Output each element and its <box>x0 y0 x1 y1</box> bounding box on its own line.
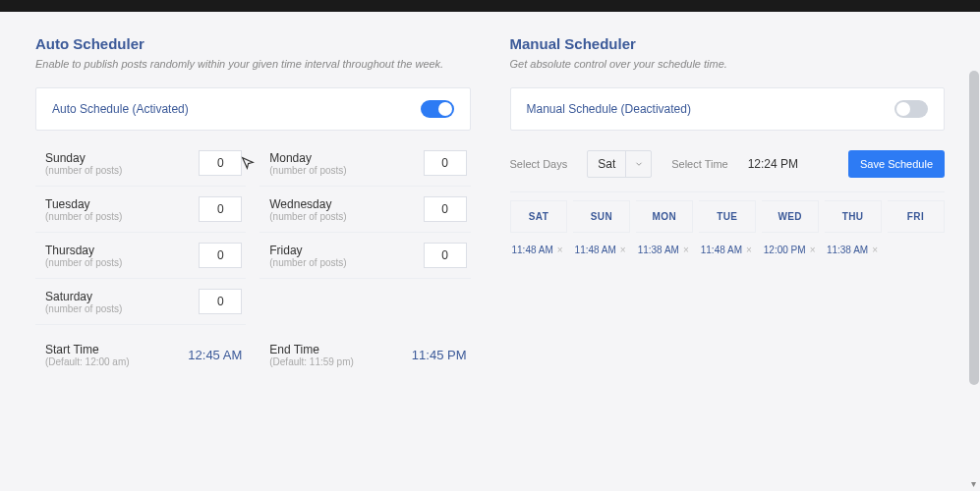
select-days-label: Select Days <box>510 158 568 170</box>
auto-status-label: Auto Schedule (Activated) <box>52 102 189 116</box>
page-content: Auto Scheduler Enable to publish posts r… <box>0 12 980 401</box>
day-input-thursday[interactable] <box>199 243 242 268</box>
time-chip: 11:48 AM× <box>699 241 756 259</box>
day-label: Saturday <box>45 290 122 303</box>
time-chip-value: 11:38 AM <box>638 245 679 255</box>
end-time-label: End Time <box>269 343 354 356</box>
time-chip-value: 11:38 AM <box>827 245 868 255</box>
vertical-scrollbar[interactable]: ▾ <box>968 12 980 491</box>
tab-tue[interactable]: TUE <box>699 200 756 233</box>
day-sub: (number of posts) <box>45 303 122 314</box>
chevron-down-icon <box>625 151 651 177</box>
close-icon[interactable]: × <box>746 245 752 255</box>
day-label: Monday <box>269 151 346 165</box>
day-label: Tuesday <box>45 197 122 211</box>
start-time-cell: Start Time (Default: 12:00 am) 12:45 AM <box>35 333 246 377</box>
time-chip: 12:00 PM× <box>762 241 819 259</box>
tab-fri[interactable]: FRI <box>888 200 945 233</box>
tab-wed[interactable]: WED <box>762 200 819 233</box>
select-time-value[interactable]: 12:24 PM <box>748 157 798 171</box>
day-sub: (number of posts) <box>45 211 122 222</box>
close-icon[interactable]: × <box>557 245 563 255</box>
day-sub: (number of posts) <box>45 165 122 176</box>
time-chip-value: 12:00 PM <box>764 245 806 255</box>
time-chip: 11:38 AM× <box>825 241 882 259</box>
day-input-sunday[interactable] <box>199 150 242 176</box>
close-icon[interactable]: × <box>810 245 816 255</box>
day-row-sun-mon: Sunday (number of posts) Monday (number … <box>35 140 471 187</box>
day-input-wednesday[interactable] <box>424 196 467 222</box>
day-label: Friday <box>269 244 346 257</box>
day-row-sat: Saturday (number of posts) <box>35 279 471 325</box>
day-tabs: SAT SUN MON TUE WED THU FRI <box>510 200 946 233</box>
auto-scheduler-panel: Auto Scheduler Enable to publish posts r… <box>35 35 471 377</box>
day-sub: (number of posts) <box>269 165 346 176</box>
time-chip-value: 11:48 AM <box>701 245 742 255</box>
manual-subtitle: Get absolute control over your schedule … <box>510 58 946 70</box>
save-schedule-button[interactable]: Save Schedule <box>848 150 945 178</box>
day-sub: (number of posts) <box>269 211 346 222</box>
day-cell-wednesday: Wednesday (number of posts) <box>259 187 470 233</box>
start-time-value[interactable]: 12:45 AM <box>188 348 242 362</box>
day-cell-friday: Friday (number of posts) <box>259 233 470 279</box>
scheduled-times-row: 11:48 AM× 11:48 AM× 11:38 AM× 11:48 AM× … <box>510 233 946 267</box>
manual-title: Manual Scheduler <box>510 35 946 52</box>
day-input-monday[interactable] <box>424 150 467 176</box>
day-sub: (number of posts) <box>45 257 122 268</box>
day-label: Thursday <box>45 244 122 257</box>
start-time-sub: (Default: 12:00 am) <box>45 356 130 367</box>
close-icon[interactable]: × <box>683 245 689 255</box>
day-cell-thursday: Thursday (number of posts) <box>35 233 246 279</box>
day-row-tue-wed: Tuesday (number of posts) Wednesday (num… <box>35 187 471 233</box>
window-topbar <box>0 0 980 12</box>
day-cell-tuesday: Tuesday (number of posts) <box>35 187 246 233</box>
close-icon[interactable]: × <box>620 245 626 255</box>
end-time-value[interactable]: 11:45 PM <box>412 348 467 362</box>
tab-sat[interactable]: SAT <box>510 200 568 233</box>
day-input-friday[interactable] <box>424 243 467 268</box>
select-days-value: Sat <box>588 157 625 171</box>
time-chip-value: 11:48 AM <box>575 245 616 255</box>
select-days-dropdown[interactable]: Sat <box>587 150 652 178</box>
day-sub: (number of posts) <box>269 257 346 268</box>
manual-toggle[interactable] <box>894 100 928 118</box>
day-input-saturday[interactable] <box>199 289 242 314</box>
tab-sun[interactable]: SUN <box>573 200 630 233</box>
time-chip-value: 11:48 AM <box>512 245 553 255</box>
end-time-sub: (Default: 11:59 pm) <box>269 356 354 367</box>
tab-thu[interactable]: THU <box>825 200 882 233</box>
time-chip: 11:48 AM× <box>510 241 567 259</box>
auto-toggle[interactable] <box>421 100 454 118</box>
manual-controls: Select Days Sat Select Time 12:24 PM Sav… <box>510 140 946 192</box>
manual-scheduler-panel: Manual Scheduler Get absolute control ov… <box>510 35 946 377</box>
time-chip: 11:38 AM× <box>636 241 693 259</box>
scroll-arrow-down-icon[interactable]: ▾ <box>968 479 978 489</box>
time-chip: 11:48 AM× <box>573 241 630 259</box>
day-cell-saturday: Saturday (number of posts) <box>35 279 246 325</box>
close-icon[interactable]: × <box>872 245 878 255</box>
select-time-label: Select Time <box>671 158 727 170</box>
time-row: Start Time (Default: 12:00 am) 12:45 AM … <box>35 333 471 377</box>
day-input-tuesday[interactable] <box>199 196 242 222</box>
manual-status-row: Manual Schedule (Deactivated) <box>510 87 946 131</box>
auto-status-row: Auto Schedule (Activated) <box>35 87 471 131</box>
day-label: Sunday <box>45 151 122 165</box>
day-cell-sunday: Sunday (number of posts) <box>35 140 246 187</box>
scrollbar-thumb[interactable] <box>969 71 979 385</box>
time-chip-empty <box>888 241 945 259</box>
tab-mon[interactable]: MON <box>636 200 693 233</box>
start-time-label: Start Time <box>45 343 130 356</box>
day-label: Wednesday <box>269 197 346 211</box>
day-cell-monday: Monday (number of posts) <box>259 140 470 187</box>
auto-title: Auto Scheduler <box>35 35 471 52</box>
end-time-cell: End Time (Default: 11:59 pm) 11:45 PM <box>259 333 470 377</box>
manual-status-label: Manual Schedule (Deactivated) <box>527 102 691 116</box>
auto-subtitle: Enable to publish posts randomly within … <box>35 58 471 70</box>
day-row-thu-fri: Thursday (number of posts) Friday (numbe… <box>35 233 471 279</box>
